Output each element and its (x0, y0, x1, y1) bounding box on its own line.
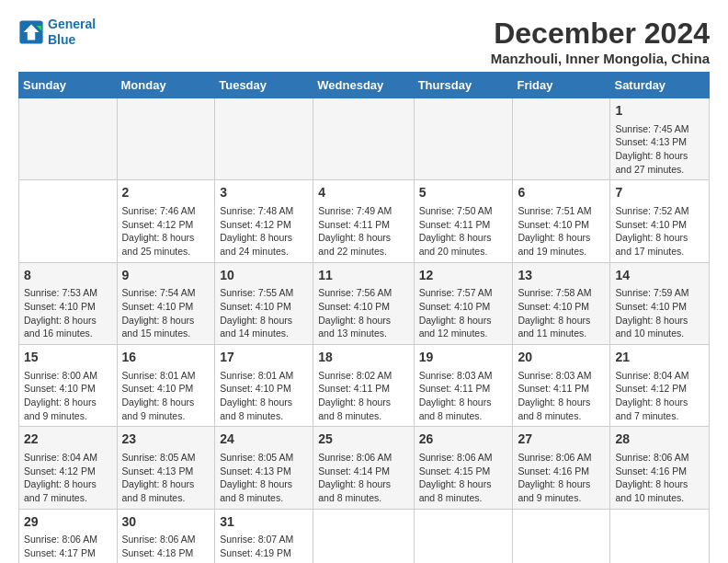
sunrise-text: Sunrise: 7:59 AM (615, 287, 688, 298)
sunset-text: Sunset: 4:12 PM (220, 219, 291, 230)
sunset-text: Sunset: 4:13 PM (122, 465, 194, 477)
sunset-text: Sunset: 4:11 PM (419, 383, 491, 394)
day-number: 2 (122, 184, 210, 202)
sunset-text: Sunset: 4:13 PM (615, 136, 687, 147)
calendar-cell: 24Sunrise: 8:05 AMSunset: 4:13 PMDayligh… (215, 427, 313, 509)
day-number: 24 (220, 431, 308, 449)
calendar-cell (513, 98, 610, 180)
sunset-text: Sunset: 4:12 PM (24, 465, 96, 477)
day-number: 16 (122, 349, 210, 367)
daylight-text: Daylight: 8 hours and 8 minutes. (419, 478, 492, 503)
header-cell-wednesday: Wednesday (313, 73, 414, 98)
day-number: 11 (318, 267, 408, 285)
sunrise-text: Sunrise: 7:45 AM (615, 123, 688, 134)
sunset-text: Sunset: 4:10 PM (615, 301, 687, 312)
daylight-text: Daylight: 8 hours and 10 minutes. (615, 478, 688, 503)
day-number: 6 (518, 184, 605, 202)
daylight-text: Daylight: 8 hours and 8 minutes. (419, 396, 492, 421)
calendar-cell: 26Sunrise: 8:06 AMSunset: 4:15 PMDayligh… (414, 427, 513, 509)
daylight-text: Daylight: 8 hours and 14 minutes. (220, 315, 292, 339)
calendar-cell: 3Sunrise: 7:48 AMSunset: 4:12 PMDaylight… (215, 180, 313, 262)
header-cell-friday: Friday (513, 73, 610, 98)
header-cell-monday: Monday (117, 73, 215, 98)
sunrise-text: Sunrise: 7:57 AM (419, 287, 493, 298)
header-row: SundayMondayTuesdayWednesdayThursdayFrid… (19, 73, 710, 98)
daylight-text: Daylight: 8 hours and 17 minutes. (615, 232, 688, 257)
sunrise-text: Sunrise: 7:53 AM (24, 287, 97, 298)
main-title: December 2024 (491, 17, 710, 51)
sunset-text: Sunset: 4:12 PM (615, 383, 687, 394)
day-number: 10 (220, 267, 308, 285)
daylight-text: Daylight: 8 hours and 15 minutes. (122, 315, 195, 339)
header-cell-thursday: Thursday (414, 73, 513, 98)
week-row-6: 29Sunrise: 8:06 AMSunset: 4:17 PMDayligh… (19, 509, 710, 563)
calendar-cell (313, 98, 414, 180)
calendar-cell (610, 509, 710, 563)
day-number: 9 (122, 267, 210, 285)
daylight-text: Daylight: 8 hours and 13 minutes. (318, 315, 391, 339)
sunset-text: Sunset: 4:16 PM (615, 465, 687, 477)
sunset-text: Sunset: 4:10 PM (122, 383, 194, 394)
day-number: 12 (419, 267, 508, 285)
calendar-cell: 7Sunrise: 7:52 AMSunset: 4:10 PMDaylight… (610, 180, 710, 262)
sunset-text: Sunset: 4:10 PM (24, 301, 96, 312)
sunrise-text: Sunrise: 8:06 AM (518, 452, 591, 463)
calendar-cell: 4Sunrise: 7:49 AMSunset: 4:11 PMDaylight… (313, 180, 414, 262)
calendar-cell (414, 509, 513, 563)
calendar-cell: 29Sunrise: 8:06 AMSunset: 4:17 PMDayligh… (19, 509, 118, 563)
sunrise-text: Sunrise: 7:52 AM (615, 205, 688, 216)
daylight-text: Daylight: 8 hours and 8 minutes. (518, 396, 590, 421)
header-cell-saturday: Saturday (610, 73, 710, 98)
page: General Blue December 2024 Manzhouli, In… (0, 0, 728, 563)
day-number: 29 (24, 513, 112, 532)
sunset-text: Sunset: 4:10 PM (518, 301, 589, 312)
logo-line1: General (48, 17, 96, 31)
header: General Blue December 2024 Manzhouli, In… (18, 17, 710, 66)
day-number: 5 (419, 184, 508, 202)
sunrise-text: Sunrise: 7:50 AM (419, 205, 493, 216)
sunrise-text: Sunrise: 8:06 AM (318, 452, 392, 463)
sunset-text: Sunset: 4:18 PM (122, 547, 194, 558)
sunset-text: Sunset: 4:10 PM (220, 301, 291, 312)
calendar-cell (513, 509, 610, 563)
sunrise-text: Sunrise: 8:06 AM (24, 534, 97, 545)
day-number: 25 (318, 431, 408, 449)
day-number: 31 (220, 513, 308, 532)
sunset-text: Sunset: 4:11 PM (318, 219, 390, 230)
sunrise-text: Sunrise: 8:06 AM (419, 452, 493, 463)
daylight-text: Daylight: 8 hours and 9 minutes. (122, 396, 195, 421)
day-number: 27 (518, 431, 605, 449)
calendar-cell: 13Sunrise: 7:58 AMSunset: 4:10 PMDayligh… (513, 262, 610, 344)
daylight-text: Daylight: 8 hours and 24 minutes. (220, 232, 292, 257)
calendar-cell: 23Sunrise: 8:05 AMSunset: 4:13 PMDayligh… (117, 427, 215, 509)
calendar-cell: 25Sunrise: 8:06 AMSunset: 4:14 PMDayligh… (313, 427, 414, 509)
calendar-cell (313, 509, 414, 563)
calendar-cell: 5Sunrise: 7:50 AMSunset: 4:11 PMDaylight… (414, 180, 513, 262)
daylight-text: Daylight: 8 hours and 7 minutes. (615, 396, 688, 421)
day-number: 4 (318, 184, 408, 202)
calendar-cell (19, 180, 118, 262)
sunset-text: Sunset: 4:11 PM (318, 383, 390, 394)
subtitle: Manzhouli, Inner Mongolia, China (491, 51, 710, 66)
day-number: 22 (24, 431, 112, 449)
sunset-text: Sunset: 4:10 PM (24, 383, 96, 394)
calendar-cell: 31Sunrise: 8:07 AMSunset: 4:19 PMDayligh… (215, 509, 313, 563)
sunrise-text: Sunrise: 8:00 AM (24, 370, 97, 381)
title-area: December 2024 Manzhouli, Inner Mongolia,… (491, 17, 710, 66)
day-number: 26 (419, 431, 508, 449)
sunrise-text: Sunrise: 8:03 AM (518, 370, 591, 381)
calendar-cell: 12Sunrise: 7:57 AMSunset: 4:10 PMDayligh… (414, 262, 513, 344)
sunrise-text: Sunrise: 8:07 AM (220, 534, 293, 545)
day-number: 7 (615, 184, 704, 202)
daylight-text: Daylight: 8 hours and 12 minutes. (419, 315, 492, 339)
sunset-text: Sunset: 4:19 PM (220, 547, 291, 558)
sunrise-text: Sunrise: 7:46 AM (122, 205, 196, 216)
logo-text: General Blue (48, 17, 96, 48)
sunset-text: Sunset: 4:10 PM (122, 301, 194, 312)
calendar-cell: 1Sunrise: 7:45 AMSunset: 4:13 PMDaylight… (610, 98, 710, 180)
sunset-text: Sunset: 4:11 PM (518, 383, 589, 394)
day-number: 13 (518, 267, 605, 285)
calendar-cell: 8Sunrise: 7:53 AMSunset: 4:10 PMDaylight… (19, 262, 118, 344)
calendar-cell: 18Sunrise: 8:02 AMSunset: 4:11 PMDayligh… (313, 345, 414, 427)
sunset-text: Sunset: 4:13 PM (220, 465, 291, 477)
